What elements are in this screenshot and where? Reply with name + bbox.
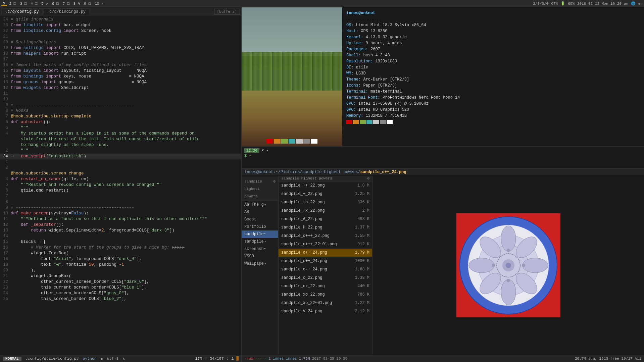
nf-resolution: Resolution: 1920x1080 bbox=[346, 58, 640, 64]
file-row-11[interactable]: sandpile_o-+_24.png 1.68 M bbox=[279, 265, 372, 274]
workspace-4[interactable]: 4 □ bbox=[29, 2, 39, 6]
line-blocks: 15 blocks = [ bbox=[0, 239, 241, 245]
workspace-9[interactable]: 9 □ bbox=[82, 2, 92, 6]
line-col: 34/197 bbox=[210, 356, 224, 361]
tree-item-4[interactable]: Portfolio bbox=[242, 223, 278, 230]
lang-indicator: en bbox=[638, 2, 643, 6]
tree-item-7-screensh[interactable]: screensh~ bbox=[242, 245, 278, 253]
tab-bar: .c/q/config.py .c/q/bindings.py [buffers… bbox=[0, 7, 241, 16]
line-other-border: 22 other_current_screen_border=COLS["dar… bbox=[0, 279, 241, 285]
total-info: 20.7M sum, 191G free 10/17 All bbox=[575, 357, 641, 361]
line-19: 19 from settings import COLS, FONT_PARAM… bbox=[0, 45, 241, 51]
line-fn-restart-doc: 5 """Restart and reload config when scre… bbox=[0, 182, 241, 188]
file-row-14[interactable]: sandpile_xo_22.png 786 K bbox=[279, 291, 372, 299]
file-row-16[interactable]: sandpile_V_24.png 2.12 M bbox=[279, 307, 372, 316]
tree-item-2[interactable]: AR bbox=[242, 208, 278, 216]
image-preview bbox=[373, 176, 644, 355]
scroll-bar: ▓ bbox=[236, 356, 239, 361]
file-row-3[interactable]: sandpile_to_22.png 836 K bbox=[279, 198, 372, 207]
nf-cpu: CPU: Intel i7-6500U (4) @ 3.100GHz bbox=[346, 101, 640, 107]
file-row-5[interactable]: sandpile_A_22.png 693 K bbox=[279, 215, 372, 223]
line-textbox: 17 widget.TextBox( bbox=[0, 251, 241, 256]
file-header: innes@unknot:~/Pictures/sandpile highest… bbox=[242, 168, 644, 176]
col-name: sandpile highest powers bbox=[281, 176, 346, 180]
sandpile-svg bbox=[456, 213, 560, 317]
brightness-indicator: 67% bbox=[551, 2, 558, 6]
line-other-screen-border: 24 other_screen_border=COLS["gray_0"], bbox=[0, 291, 241, 296]
topbar: 1 2 □ 3 □ 4 □ 5 ⊙ 6 □ 7 □ 8 A 9 □ 10 ✓ 2… bbox=[0, 0, 644, 7]
workspace-6[interactable]: 6 □ bbox=[50, 2, 60, 6]
workspace-5[interactable]: 5 ⊙ bbox=[40, 1, 50, 6]
tab-bindings[interactable]: .c/q/bindings.py bbox=[43, 8, 89, 15]
svg-point-17 bbox=[507, 279, 510, 282]
line-24: 24 # qtile internals bbox=[0, 17, 241, 22]
workspace-10[interactable]: 10 ✓ bbox=[93, 1, 105, 6]
line-4: 4 My startup script has a sleep in it as… bbox=[0, 131, 241, 137]
file-row-2[interactable]: sandpile_+_22.png 1.25 M bbox=[279, 190, 372, 198]
file-path-base: innes@unknot:~/Pictures/sandpile highest… bbox=[244, 170, 360, 174]
code-view: 24 # qtile internals 23 from libqtile im… bbox=[0, 16, 241, 303]
nf-wm: WM: LG3D bbox=[346, 70, 640, 76]
line-14: 14 from bindings import keys, mouse = NO… bbox=[0, 74, 241, 80]
file-manager-area: innes@unknot:~/Pictures/sandpile highest… bbox=[242, 168, 644, 362]
terminal-prompt-line[interactable]: $ ~ bbox=[244, 154, 641, 158]
file-row-15[interactable]: sandpile_xo_22~01.png 1.22 M bbox=[279, 299, 372, 307]
svg-rect-20 bbox=[456, 213, 466, 223]
line-textbox-font: 18 font="Arial", foreground=COLS["dark_4… bbox=[0, 256, 241, 262]
vegetation bbox=[242, 52, 342, 94]
line-fn-restart-body: 6 qtile.cmd_restart() bbox=[0, 188, 241, 194]
file-permissions: -rwxr----- bbox=[244, 357, 266, 361]
file-row-7[interactable]: sandpile_o+++_22.png 1.55 M bbox=[279, 232, 372, 240]
col-size: 0 bbox=[346, 176, 369, 180]
line-5: 5 """ bbox=[0, 125, 241, 131]
tree-item-5-sandpile[interactable]: sandpile~ bbox=[242, 230, 278, 238]
workspace-7[interactable]: 7 □ bbox=[61, 2, 71, 6]
file-row-12[interactable]: sandpile_o_22.png 1.38 M bbox=[279, 274, 372, 282]
file-row-9-selected[interactable]: sandpile_o++_24.png 1.79 M bbox=[279, 249, 372, 257]
workspace-2[interactable]: 2 □ bbox=[8, 2, 18, 6]
file-row-1[interactable]: sandpile_++_22.png 1.8 M bbox=[279, 182, 372, 190]
workspace-3[interactable]: 3 □ bbox=[18, 2, 28, 6]
color-6 bbox=[380, 120, 386, 124]
line-make-screen: 10 def make_screen(systray=False): bbox=[0, 211, 241, 216]
color-1 bbox=[346, 120, 352, 124]
file-row-10[interactable]: sandpile_o++_24.png 1000 K bbox=[279, 257, 372, 265]
file-row-4[interactable]: sandpile_+x_22.png 2 M bbox=[279, 207, 372, 215]
tree-item-9-wallpape[interactable]: Wallpape~ bbox=[242, 260, 278, 267]
nf-sep: -------------- bbox=[346, 16, 640, 22]
sky bbox=[242, 7, 342, 56]
separator: : bbox=[227, 356, 229, 361]
svg-point-7 bbox=[469, 258, 494, 273]
file-row-8[interactable]: sandpile_o+++_22~01.png 912 K bbox=[279, 240, 372, 249]
file-size: 1.79M bbox=[299, 357, 310, 361]
tree-item-3[interactable]: Boost bbox=[242, 216, 278, 223]
line-1a: 1 bbox=[0, 159, 241, 165]
tree-item-6-sandpile[interactable]: sandpile~ bbox=[242, 238, 278, 245]
tree-item-8-vsco[interactable]: VSCO bbox=[242, 253, 278, 260]
tree-item-1[interactable]: Aa The g~ bbox=[242, 201, 278, 208]
workspace-8[interactable]: 8 A bbox=[72, 2, 82, 6]
line-return-sep: 13 return widget.Sep(linewidth=2, foregr… bbox=[0, 228, 241, 234]
topbar-right: 2/0/0/0 67% 🔋 69% 2018-02-12 Mon 10:20 p… bbox=[533, 1, 643, 6]
buffers-button[interactable]: [buffers] bbox=[214, 9, 240, 15]
line-16: 16 # Import the parts of my config defin… bbox=[0, 62, 241, 68]
prompt-dollar: $ ~ bbox=[244, 154, 254, 158]
terminal-strip[interactable]: 22:20 ✗ ~ $ ~ bbox=[242, 147, 644, 168]
filetype: python bbox=[83, 356, 96, 361]
line-make-screen-doc: 11 """Defined as a function so that I ca… bbox=[0, 216, 241, 222]
svg-point-8 bbox=[523, 258, 548, 273]
line-blank1: 7 bbox=[0, 194, 241, 199]
file-row-6[interactable]: sandpile_H_22.png 1.37 M bbox=[279, 223, 372, 232]
line-textbox-close: 20 ), bbox=[0, 268, 241, 273]
editor-content[interactable]: 24 # qtile internals 23 from libqtile im… bbox=[0, 16, 241, 355]
file-row-13[interactable]: sandpile_ox_22.png 440 K bbox=[279, 282, 372, 291]
file-area: sandpile highest powers 0 Aa The g~ AR B… bbox=[242, 176, 644, 355]
workspace-1[interactable]: 1 bbox=[1, 1, 7, 6]
line-17: 17 bbox=[0, 57, 241, 62]
line-fn-restart: 4 def restart_on_randr(qtile, ev): bbox=[0, 176, 241, 182]
tab-config[interactable]: .c/q/config.py bbox=[1, 8, 43, 15]
nf-gpu: GPU: Intel HD Graphics 520 bbox=[346, 107, 640, 113]
terminal-time-badge: 22:20 bbox=[244, 148, 259, 153]
file-owner: innes bbox=[273, 357, 284, 361]
file-path-active: sandpile_o++_24.png bbox=[360, 170, 406, 174]
